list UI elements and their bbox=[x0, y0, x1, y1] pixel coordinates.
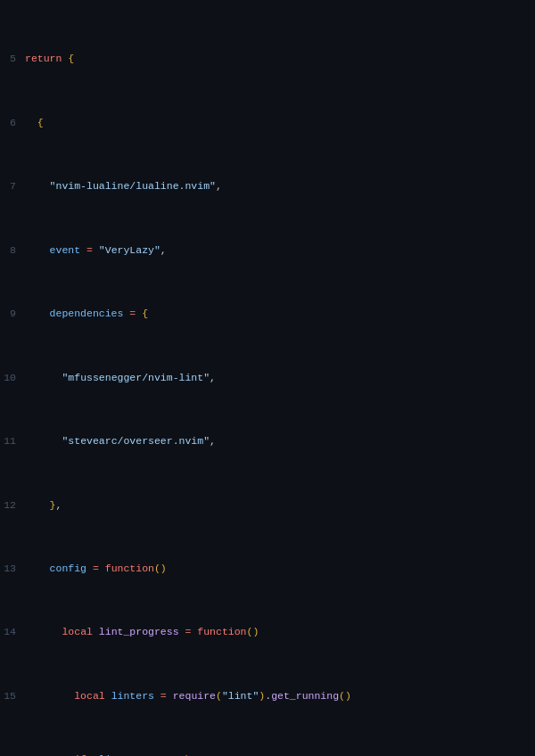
line-5: 9 dependencies = { bbox=[0, 306, 535, 322]
line-9: 13 config = function() bbox=[0, 561, 535, 577]
line-4: 8 event = "VeryLazy", bbox=[0, 242, 535, 259]
line-11: 15 local linters = require("lint").get_r… bbox=[0, 688, 535, 704]
line-10: 14 local lint_progress = function() bbox=[0, 624, 535, 640]
line-7: 11 "stevearc/overseer.nvim", bbox=[0, 433, 535, 449]
line-12: 16 if #linters == 0 then bbox=[0, 752, 535, 756]
line-1: 5 return { bbox=[0, 51, 535, 67]
line-3: 7 "nvim-lualine/lualine.nvim", bbox=[0, 178, 535, 194]
line-6: 10 "mfussenegger/nvim-lint", bbox=[0, 370, 535, 386]
code-editor: 5 return { 6 { 7 "nvim-lualine/lualine.n… bbox=[0, 0, 535, 756]
line-2: 6 { bbox=[0, 115, 535, 131]
line-8: 12 }, bbox=[0, 497, 535, 514]
